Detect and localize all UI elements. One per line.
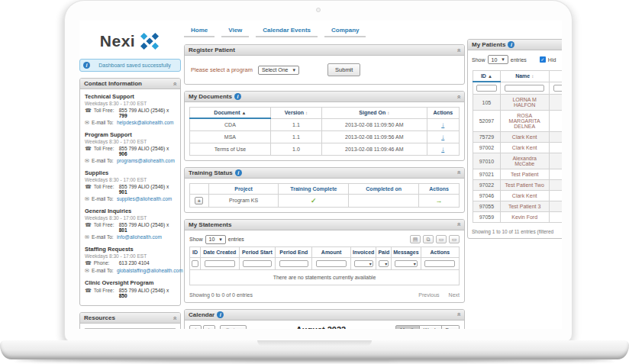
expand-row-button[interactable]: + bbox=[195, 197, 203, 205]
previous-page-button[interactable]: Previous bbox=[418, 292, 439, 298]
resource-item-newsletter[interactable]: Test HCP Newsletter bbox=[84, 328, 176, 329]
filter-paid-select[interactable]: ▾ bbox=[379, 260, 389, 267]
program-select[interactable]: Select One ▾ bbox=[258, 66, 299, 75]
training-panel-header[interactable]: Training Status i » bbox=[185, 168, 464, 179]
statements-col[interactable]: Period Start bbox=[239, 246, 276, 257]
filter-actions-input[interactable] bbox=[424, 260, 455, 267]
nav-tab[interactable]: Home bbox=[184, 25, 215, 37]
submit-button[interactable]: Submit bbox=[327, 63, 360, 76]
patient-row[interactable]: 97021 Test Patient Prin bbox=[473, 169, 563, 180]
statements-col[interactable]: Paid bbox=[376, 246, 392, 257]
patients-show-entries-select[interactable]: 10▾ bbox=[488, 55, 508, 64]
filter-messages-select[interactable]: ▾ bbox=[395, 260, 417, 267]
patient-row[interactable]: 105 LORNA M HALFON Prin bbox=[473, 95, 563, 111]
patient-row[interactable]: 97059 Kevin Ford Prin bbox=[473, 212, 563, 223]
hide-checkbox[interactable]: ✓ bbox=[540, 56, 546, 63]
calendar-panel-header[interactable]: Calendar i » bbox=[185, 310, 464, 321]
download-icon[interactable]: ↓ bbox=[441, 121, 444, 128]
phone-icon: ☎ bbox=[85, 288, 92, 294]
statements-col[interactable]: Date Created bbox=[201, 246, 240, 257]
info-icon[interactable]: i bbox=[217, 311, 224, 318]
email-link[interactable]: globalstaffing@aliohealth.com bbox=[117, 268, 183, 273]
patient-row[interactable]: 52097 ROSA MARGARITA DELNEA Back bbox=[473, 111, 563, 132]
patient-row[interactable]: 75729 Clark Kent Prin bbox=[473, 132, 563, 143]
email-link[interactable]: helpdesk@aliohealth.com bbox=[117, 120, 174, 125]
statements-col[interactable]: Period End bbox=[276, 246, 312, 257]
column-visibility-button[interactable]: ▤ bbox=[410, 235, 421, 243]
nexi-logo: Nexi bbox=[79, 25, 181, 59]
view-month-button[interactable]: Month bbox=[395, 325, 419, 330]
filter-date-created-input[interactable] bbox=[205, 260, 235, 267]
contact-panel-header[interactable]: Contact Information » bbox=[80, 79, 180, 89]
patient-row[interactable]: 97022 Test Patient Two Prin bbox=[473, 180, 563, 191]
sort-icon: ↕ bbox=[387, 111, 389, 115]
collapse-icon[interactable]: » bbox=[455, 95, 461, 98]
col-name[interactable]: Name↕ bbox=[500, 71, 549, 82]
nav-tab[interactable]: Company bbox=[324, 25, 366, 37]
email-link[interactable]: supplies@aliohealth.com bbox=[117, 196, 172, 201]
col-role[interactable]: R bbox=[549, 71, 562, 82]
filter-patient-role-input[interactable] bbox=[553, 85, 562, 92]
download-icon[interactable]: ↓ bbox=[441, 134, 444, 140]
statements-panel-header[interactable]: My Statements » bbox=[185, 220, 464, 230]
patient-row[interactable]: 97046 Clark Kent Prin bbox=[473, 191, 563, 201]
resources-panel-header[interactable]: Resources » bbox=[80, 313, 180, 324]
copy-button[interactable]: ⧉ bbox=[423, 235, 434, 243]
phone-icon: ☎ bbox=[85, 108, 92, 114]
nav-tab[interactable]: View bbox=[221, 25, 249, 37]
chevron-down-icon: ▾ bbox=[502, 56, 505, 63]
export-csv-button[interactable]: ▭ bbox=[436, 235, 447, 243]
collapse-icon[interactable]: » bbox=[171, 82, 177, 85]
calendar-next-button[interactable]: › bbox=[203, 325, 215, 330]
view-week-button[interactable]: Week bbox=[420, 325, 442, 330]
show-entries-select[interactable]: 10▾ bbox=[205, 235, 226, 244]
info-icon[interactable]: i bbox=[235, 169, 242, 176]
training-status-panel: Training Status i » Project Training Com… bbox=[184, 167, 465, 213]
col-signed-on[interactable]: Signed On↕ bbox=[321, 108, 427, 119]
statements-col[interactable]: Actions bbox=[421, 246, 459, 257]
collapse-icon[interactable]: » bbox=[455, 48, 461, 52]
patient-row[interactable]: 97010 Alexandra McCabe Prin bbox=[473, 153, 563, 169]
filter-patient-id-input[interactable] bbox=[476, 85, 497, 92]
collapse-icon[interactable]: » bbox=[455, 170, 461, 174]
collapse-icon[interactable]: » bbox=[455, 312, 461, 316]
patient-row[interactable]: 97002 Clark Kent Prin bbox=[473, 143, 563, 153]
next-page-button[interactable]: Next bbox=[449, 292, 460, 298]
statements-col[interactable]: Amount bbox=[312, 246, 351, 257]
info-icon[interactable]: i bbox=[234, 93, 241, 100]
filter-patient-name-input[interactable] bbox=[505, 85, 544, 92]
filter-invoiced-select[interactable]: ▾ bbox=[354, 260, 373, 267]
filter-id-input[interactable] bbox=[192, 260, 198, 267]
email-link[interactable]: programs@aliohealth.com bbox=[117, 158, 175, 163]
col-id[interactable]: ID▲ bbox=[473, 71, 501, 82]
filter-period-end-input[interactable] bbox=[279, 260, 308, 267]
documents-panel-header[interactable]: My Documents i » bbox=[185, 92, 464, 102]
go-arrow-icon[interactable]: → bbox=[436, 197, 443, 205]
statements-col[interactable]: Messages bbox=[392, 246, 421, 257]
col-version[interactable]: Version↕ bbox=[270, 108, 321, 119]
register-panel-header[interactable]: Register Patient » bbox=[185, 45, 464, 56]
statements-col[interactable]: Invoiced bbox=[350, 246, 376, 257]
view-day-button[interactable]: Day bbox=[442, 325, 460, 330]
contact-information-panel: Contact Information » Technical Support … bbox=[79, 78, 181, 306]
program-select-label: Please select a program bbox=[191, 66, 253, 73]
collapse-icon[interactable]: » bbox=[171, 316, 177, 320]
nav-tab[interactable]: Calendar Events bbox=[256, 25, 318, 37]
filter-period-start-input[interactable] bbox=[243, 260, 272, 267]
filter-amount-input[interactable] bbox=[316, 260, 347, 267]
export-pdf-button[interactable]: ▭ bbox=[449, 235, 460, 243]
collapse-icon[interactable]: » bbox=[455, 222, 461, 226]
patient-row[interactable]: 97055 Test Patient 3 Prin bbox=[473, 201, 563, 212]
email-link[interactable]: info@aliohealth.com bbox=[117, 234, 162, 240]
info-icon[interactable]: i bbox=[508, 41, 514, 48]
calendar-today-button[interactable]: Today bbox=[220, 325, 247, 330]
calendar-prev-button[interactable]: ‹ bbox=[189, 325, 202, 330]
col-document[interactable]: Document▲ bbox=[190, 108, 271, 119]
download-icon[interactable]: ↓ bbox=[441, 146, 444, 153]
contact-section: Program Support Weekdays 8:30 - 17:00 ES… bbox=[85, 131, 176, 164]
laptop-screen: Nexi i Dashboard saved successfully Cont… bbox=[64, 0, 573, 342]
patients-panel-header[interactable]: My Patients i bbox=[468, 40, 562, 50]
statements-col[interactable]: ID bbox=[190, 246, 201, 257]
contact-title: Supplies bbox=[85, 169, 176, 176]
patients-table: ID▲ Name↕ R bbox=[473, 70, 562, 223]
